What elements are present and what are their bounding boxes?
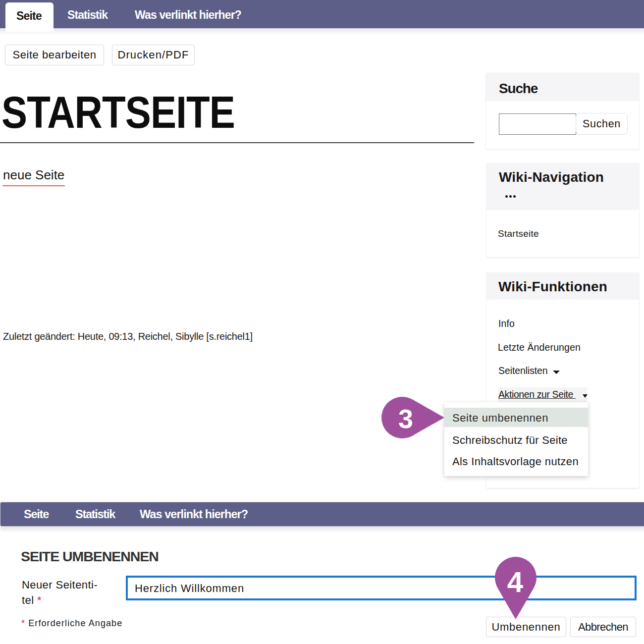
svg-text:3: 3: [398, 404, 413, 433]
svg-text:4: 4: [507, 566, 523, 598]
